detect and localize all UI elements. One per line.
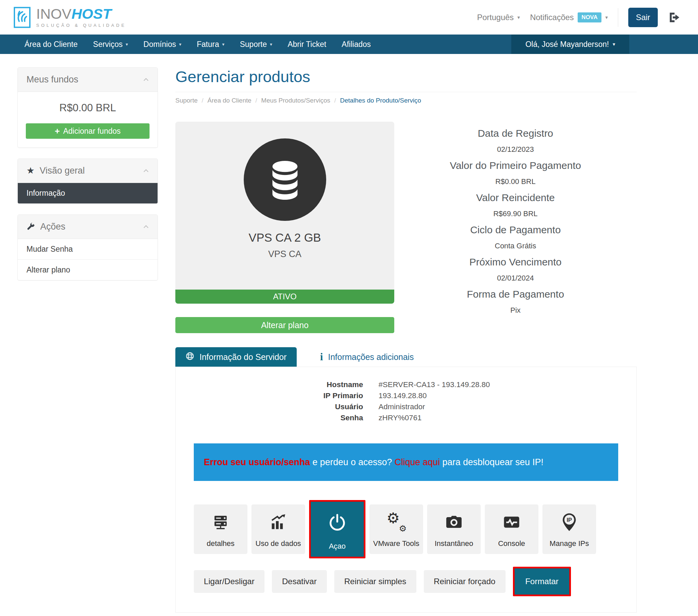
detail-label: Valor Reincidente xyxy=(394,190,637,206)
nav-item[interactable]: Domínios ▾ xyxy=(136,34,189,54)
nav-item[interactable]: Abrir Ticket xyxy=(280,34,334,54)
logout-button[interactable]: Sair xyxy=(628,8,658,27)
nav-item[interactable]: Suporte ▾ xyxy=(232,34,280,54)
camera-icon xyxy=(429,505,479,539)
star-icon: ★ xyxy=(27,166,34,175)
action-tile[interactable]: Uso de dados xyxy=(251,504,305,554)
detail-row: Forma de Pagamento Pix xyxy=(394,286,637,318)
action-tile[interactable]: Console xyxy=(485,504,539,554)
logo-icon xyxy=(13,7,31,28)
sidebar-action-item[interactable]: Mudar Senha xyxy=(18,239,157,260)
breadcrumb-item[interactable]: Meus Produtos/Serviços xyxy=(251,97,330,104)
notifications-badge: NOVA xyxy=(578,12,602,23)
server-info-label: Usuário xyxy=(194,401,363,412)
action-tile[interactable]: ⚙⚙ VMware Tools xyxy=(369,504,423,554)
breadcrumb-item[interactable]: Área do Cliente xyxy=(198,97,251,104)
detail-label: Valor do Primeiro Pagamento xyxy=(394,157,637,173)
funds-panel-header[interactable]: Meus fundos xyxy=(18,68,157,92)
detail-value: Pix xyxy=(394,302,637,318)
overview-panel: ★ Visão geral Informação xyxy=(17,158,158,204)
detail-label: Forma de Pagamento xyxy=(394,286,637,302)
status-badge: ATIVO xyxy=(175,290,394,304)
nav-item[interactable]: Fatura ▾ xyxy=(189,34,232,54)
power-button[interactable]: Ligar/Desligar xyxy=(194,570,265,593)
overview-panel-header[interactable]: ★ Visão geral xyxy=(18,159,157,183)
logout-icon[interactable] xyxy=(668,11,681,24)
nav-list: Área do Cliente Serviços ▾ Domínios ▾ Fa… xyxy=(0,34,378,54)
tab[interactable]: Informação do Servidor xyxy=(175,347,297,367)
product-group: VPS CA xyxy=(175,249,394,260)
chevron-down-icon: ▾ xyxy=(613,41,615,47)
actions-panel: Ações Mudar Senha Alterar plano xyxy=(17,214,158,281)
server-icon xyxy=(196,505,246,539)
action-tile[interactable]: detalhes xyxy=(194,504,248,554)
globe-icon xyxy=(185,352,194,363)
chevron-up-icon xyxy=(143,78,149,82)
detail-row: Valor Reincidente R$69.90 BRL xyxy=(394,190,637,222)
nav-item[interactable]: Afiliados xyxy=(334,34,378,54)
top-bar: INOVHOST SOLUÇÃO & QUALIDADE Português ▾… xyxy=(0,0,698,34)
action-tile-label: Console xyxy=(498,539,525,548)
gears-icon: ⚙⚙ xyxy=(372,505,421,539)
breadcrumb-item[interactable]: Suporte xyxy=(175,97,198,104)
page-title: Gerenciar produtos xyxy=(175,67,637,92)
action-tile-label: VMware Tools xyxy=(373,539,419,548)
detail-value: R$69.90 BRL xyxy=(394,206,637,222)
main-content: Gerenciar produtos Suporte Área do Clien… xyxy=(175,67,637,613)
action-tile-label: Instantâneo xyxy=(435,539,473,548)
funds-balance: R$0.00 BRL xyxy=(18,92,157,123)
server-info-value: zHRY%0761 xyxy=(378,412,618,423)
action-tile-label: detalhes xyxy=(207,539,234,548)
product-column: VPS CA 2 GB VPS CA ATIVO Alterar plano xyxy=(175,122,394,333)
sidebar-item-informacao[interactable]: Informação xyxy=(18,183,157,204)
notifications-menu[interactable]: Notificações NOVA ▾ xyxy=(530,12,608,23)
unblock-ip-link[interactable]: Clique aqui xyxy=(395,457,440,467)
nav-item[interactable]: Área do Cliente xyxy=(17,34,85,54)
action-tile[interactable]: IP Manage IPs xyxy=(542,504,596,554)
breadcrumb: Suporte Área do Cliente Meus Produtos/Se… xyxy=(175,97,637,104)
detail-label: Data de Registro xyxy=(394,125,637,141)
power-button[interactable]: Desativar xyxy=(272,570,326,593)
detail-value: Conta Grátis xyxy=(394,238,637,254)
server-info-label: IP Primario xyxy=(194,390,363,401)
power-button[interactable]: Reiniciar forçado xyxy=(424,570,505,593)
detail-row: Ciclo de Pagamento Conta Grátis xyxy=(394,222,637,254)
tab[interactable]: i Informações adicionais xyxy=(310,347,424,367)
server-info-value: 193.149.28.80 xyxy=(378,390,618,401)
alert-text-2: para desbloquear seu IP! xyxy=(440,457,543,467)
sidebar-action-item[interactable]: Alterar plano xyxy=(18,260,157,280)
detail-value: R$0.00 BRL xyxy=(394,173,637,190)
chevron-down-icon: ▾ xyxy=(517,14,520,20)
server-info-label: Senha xyxy=(194,412,363,423)
info-icon: i xyxy=(320,352,323,362)
detail-row: Valor do Primeiro Pagamento R$0.00 BRL xyxy=(394,157,637,190)
breadcrumb-item[interactable]: Detalhes do Produto/Serviço xyxy=(330,97,421,104)
power-button[interactable]: Formatar xyxy=(513,567,571,596)
chevron-up-icon xyxy=(143,225,149,228)
logo-wordmark: INOVHOST xyxy=(36,7,126,21)
nav-item[interactable]: Serviços ▾ xyxy=(85,34,136,54)
logo[interactable]: INOVHOST SOLUÇÃO & QUALIDADE xyxy=(13,7,126,28)
server-info-value: #SERVER-CA13 - 193.149.28.80 xyxy=(378,379,618,390)
action-tile-label: Manage IPs xyxy=(549,539,589,548)
chevron-down-icon: ▾ xyxy=(270,42,272,47)
add-funds-button[interactable]: + Adicionar fundos xyxy=(26,123,150,139)
user-menu[interactable]: Olá, José Mayanderson! ▾ xyxy=(511,34,629,54)
chevron-down-icon: ▾ xyxy=(179,42,181,47)
language-selector[interactable]: Português ▾ xyxy=(477,13,520,22)
chart-icon xyxy=(253,505,303,539)
product-avatar xyxy=(244,138,326,221)
action-tile-label: Açao xyxy=(329,542,346,551)
logo-tagline: SOLUÇÃO & QUALIDADE xyxy=(36,23,126,28)
power-button[interactable]: Reiniciar simples xyxy=(334,570,416,593)
change-plan-button[interactable]: Alterar plano xyxy=(175,317,394,333)
action-tile[interactable]: Instantâneo xyxy=(427,504,481,554)
actions-panel-header[interactable]: Ações xyxy=(18,215,157,239)
detail-value: 02/01/2024 xyxy=(394,270,637,286)
action-tile[interactable]: Açao xyxy=(309,500,365,558)
ip-unblock-alert: Errou seu usuário/senha e perdeu o acess… xyxy=(194,444,618,481)
server-info: Hostname #SERVER-CA13 - 193.149.28.80 IP… xyxy=(194,379,618,423)
wrench-icon xyxy=(27,223,35,231)
chevron-up-icon xyxy=(143,169,149,172)
tabs: Informação do Servidor i Informações adi… xyxy=(175,347,637,367)
